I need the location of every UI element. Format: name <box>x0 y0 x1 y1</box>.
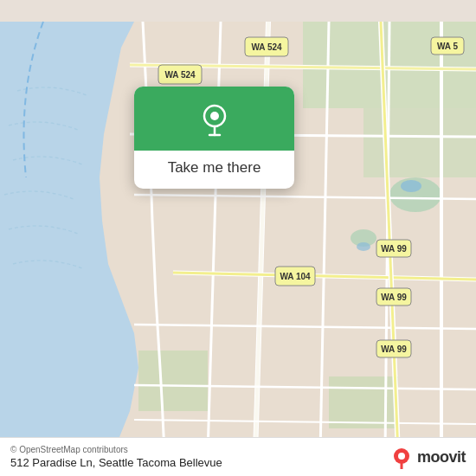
svg-text:WA 524: WA 524 <box>164 70 196 80</box>
svg-text:WA 99: WA 99 <box>381 244 407 254</box>
svg-text:WA 104: WA 104 <box>280 272 311 281</box>
svg-text:WA 99: WA 99 <box>381 344 407 354</box>
svg-text:WA 5: WA 5 <box>437 42 459 51</box>
svg-point-39 <box>210 112 219 120</box>
moovit-brand-text: moovit <box>417 448 466 466</box>
bottom-bar: © OpenStreetMap contributors 512 Paradis… <box>0 437 476 476</box>
osm-attribution: © OpenStreetMap contributors <box>10 445 222 454</box>
card-green-section <box>134 87 294 151</box>
moovit-pin-icon <box>389 445 414 469</box>
svg-text:WA 524: WA 524 <box>251 42 282 52</box>
svg-text:WA 99: WA 99 <box>381 293 407 302</box>
svg-rect-2 <box>363 108 476 177</box>
svg-point-42 <box>398 453 405 460</box>
map-container: WA 524 WA 524 WA 104 WA 99 WA 99 WA 99 W… <box>0 0 476 476</box>
map-svg: WA 524 WA 524 WA 104 WA 99 WA 99 WA 99 W… <box>0 0 476 476</box>
svg-rect-3 <box>138 351 208 411</box>
location-card[interactable]: Take me there <box>134 87 294 189</box>
svg-point-23 <box>357 242 370 251</box>
svg-rect-4 <box>329 376 398 428</box>
location-pin-icon <box>196 102 233 138</box>
svg-point-22 <box>401 180 421 192</box>
take-me-there-button[interactable]: Take me there <box>154 151 275 189</box>
bottom-left: © OpenStreetMap contributors 512 Paradis… <box>10 445 222 469</box>
address-label: 512 Paradise Ln, Seattle Tacoma Bellevue <box>10 456 222 469</box>
moovit-logo: moovit <box>389 445 466 469</box>
